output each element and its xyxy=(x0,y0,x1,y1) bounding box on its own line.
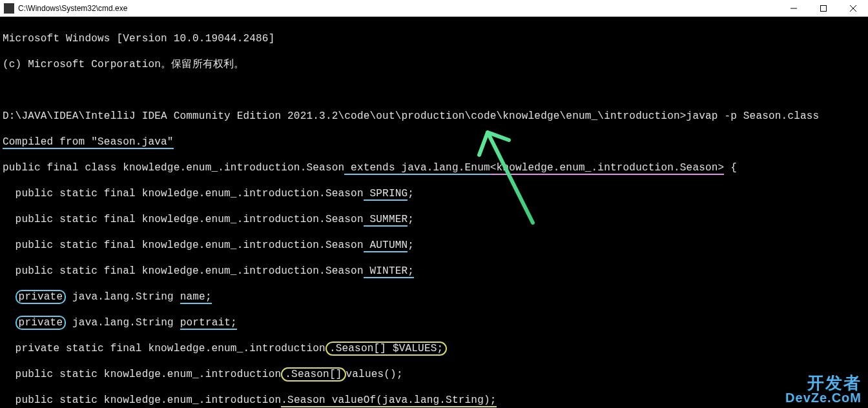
class-declaration: public final class knowledge.enum_.intro… xyxy=(3,161,865,174)
field-name: private java.lang.String name; xyxy=(3,291,865,303)
minimize-button[interactable] xyxy=(779,0,809,17)
maximize-button[interactable] xyxy=(809,0,838,17)
watermark: 开发者 DevZe.CoM xyxy=(785,374,862,404)
method-values: public static knowledge.enum_.introducti… xyxy=(3,368,865,381)
field-portrait: private java.lang.String portrait; xyxy=(3,316,865,329)
field-spring: public static final knowledge.enum_.intr… xyxy=(3,187,865,200)
field-summer: public static final knowledge.enum_.intr… xyxy=(3,213,865,226)
close-button[interactable] xyxy=(838,0,868,17)
window-title: C:\Windows\System32\cmd.exe xyxy=(18,4,779,13)
cmd-icon xyxy=(4,3,14,14)
field-autumn: public static final knowledge.enum_.intr… xyxy=(3,239,865,252)
field-values: private static final knowledge.enum_.int… xyxy=(3,342,865,355)
method-valueof: public static knowledge.enum_.introducti… xyxy=(3,394,865,407)
version-line: Microsoft Windows [Version 10.0.19044.24… xyxy=(3,32,865,45)
window-controls xyxy=(779,0,868,16)
title-bar[interactable]: C:\Windows\System32\cmd.exe xyxy=(0,0,868,17)
command-line: D:\JAVA\IDEA\IntelliJ IDEA Community Edi… xyxy=(3,110,865,123)
copyright-line: (c) Microsoft Corporation。保留所有权利。 xyxy=(3,58,865,71)
field-winter: public static final knowledge.enum_.intr… xyxy=(3,265,865,278)
terminal-output[interactable]: Microsoft Windows [Version 10.0.19044.24… xyxy=(0,17,868,408)
compiled-from: Compiled from "Season.java" xyxy=(3,136,865,148)
svg-rect-1 xyxy=(821,6,827,12)
